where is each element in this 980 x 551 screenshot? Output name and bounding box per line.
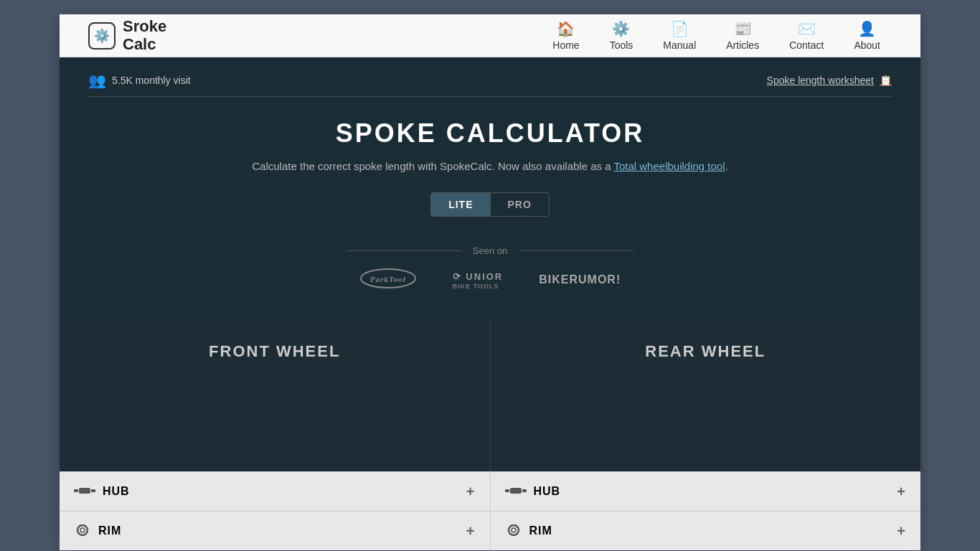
rear-hub-accordion[interactable]: HUB + <box>491 471 921 511</box>
nav-home[interactable]: 🏠 Home <box>541 14 590 57</box>
seen-on-logos: ParkTool ⟳ UNIOR BIKE TOOLS BIKERUMOR! <box>359 268 621 292</box>
rear-rim-left: RIM <box>505 522 552 540</box>
seen-on-line-right <box>519 250 633 251</box>
parktool-svg: ParkTool <box>359 268 417 289</box>
logo-icon: ⚙️ <box>88 22 116 50</box>
home-icon: 🏠 <box>557 20 575 37</box>
nav-contact[interactable]: ✉️ Contact <box>778 14 835 57</box>
wheelbuilding-link[interactable]: Total wheelbuilding tool <box>613 160 725 172</box>
rear-hub-icon <box>505 482 527 501</box>
rear-hub-left: HUB <box>505 482 561 501</box>
front-hub-accordion[interactable]: HUB + <box>60 471 490 511</box>
svg-point-10 <box>509 525 519 535</box>
unior-logo: ⟳ UNIOR BIKE TOOLS <box>453 270 504 290</box>
nav-about[interactable]: 👤 About <box>842 14 892 57</box>
main-nav: 🏠 Home ⚙️ Tools 📄 Manual 📰 Articles ✉️ <box>541 14 892 57</box>
svg-rect-3 <box>79 488 90 494</box>
rear-rim-accordion[interactable]: RIM + <box>491 511 921 550</box>
front-hub-plus-icon: + <box>466 484 476 500</box>
bikerumor-logo: BIKERUMOR! <box>539 273 621 287</box>
rear-rim-plus-icon: + <box>897 523 906 540</box>
tools-icon: ⚙️ <box>612 20 630 37</box>
contact-icon: ✉️ <box>798 20 816 37</box>
pro-button[interactable]: PRO <box>491 193 549 216</box>
svg-rect-7 <box>505 489 509 492</box>
svg-rect-8 <box>510 488 522 494</box>
logo[interactable]: ⚙️ Sroke Calc <box>88 18 166 52</box>
visitors-icon: 👥 <box>88 72 106 89</box>
rear-hub-plus-icon: + <box>897 484 906 500</box>
front-hub-icon <box>74 482 95 501</box>
worksheet-icon: 📋 <box>880 75 892 86</box>
manual-icon: 📄 <box>671 20 689 37</box>
worksheet-link[interactable]: Spoke length worksheet 📋 <box>767 75 892 86</box>
rear-wheel-title: REAR WHEEL <box>519 342 892 361</box>
lite-pro-toggle: LITE PRO <box>430 192 550 217</box>
page-background: ⚙️ Sroke Calc 🏠 Home ⚙️ Tools 📄 Manual <box>0 0 980 551</box>
svg-point-6 <box>80 528 85 532</box>
svg-rect-2 <box>74 489 78 492</box>
about-icon: 👤 <box>858 20 876 37</box>
visitors-count: 👥 5.5K monthly visit <box>88 72 191 89</box>
articles-icon: 📰 <box>734 20 752 37</box>
front-wheel-title: FRONT WHEEL <box>88 342 461 361</box>
nav-manual[interactable]: 📄 Manual <box>651 14 707 57</box>
front-rim-icon <box>74 522 91 540</box>
front-hub-left: HUB <box>74 482 130 501</box>
nav-articles[interactable]: 📰 Articles <box>715 14 771 57</box>
svg-text:ParkTool: ParkTool <box>370 275 406 283</box>
rear-wheel-panel: REAR WHEEL <box>491 321 921 471</box>
front-rim-plus-icon: + <box>466 523 476 540</box>
header: ⚙️ Sroke Calc 🏠 Home ⚙️ Tools 📄 Manual <box>60 14 920 57</box>
front-rim-accordion[interactable]: RIM + <box>60 511 490 550</box>
rear-accordions: HUB + RIM + <box>491 471 921 550</box>
seen-on-section: Seen on ParkTool ⟳ UNIOR BIKE TOOLS <box>88 245 892 292</box>
svg-rect-9 <box>522 489 527 492</box>
hero-top-bar: 👥 5.5K monthly visit Spoke length worksh… <box>88 72 892 97</box>
accordions-row: HUB + RIM + <box>60 471 920 550</box>
hero-description: Calculate the correct spoke length with … <box>88 160 892 172</box>
wheels-section: FRONT WHEEL REAR WHEEL <box>60 321 920 471</box>
svg-point-11 <box>512 528 516 532</box>
lite-button[interactable]: LITE <box>431 193 490 216</box>
seen-on-label: Seen on <box>88 245 892 256</box>
front-accordions: HUB + RIM + <box>60 471 491 550</box>
front-rim-left: RIM <box>74 522 121 540</box>
hero-section: 👥 5.5K monthly visit Spoke length worksh… <box>60 57 920 321</box>
svg-rect-4 <box>91 489 95 492</box>
svg-point-5 <box>77 525 88 535</box>
seen-on-line-left <box>347 250 461 251</box>
parktool-logo: ParkTool <box>359 268 417 292</box>
logo-text: Sroke Calc <box>123 18 166 52</box>
content-box: ⚙️ Sroke Calc 🏠 Home ⚙️ Tools 📄 Manual <box>60 14 920 550</box>
toggle-bar: LITE PRO <box>88 192 892 217</box>
nav-tools[interactable]: ⚙️ Tools <box>598 14 645 57</box>
hero-title: SPOKE CALCULATOR <box>88 118 892 149</box>
front-wheel-panel: FRONT WHEEL <box>60 321 491 471</box>
rear-rim-icon <box>505 522 522 540</box>
